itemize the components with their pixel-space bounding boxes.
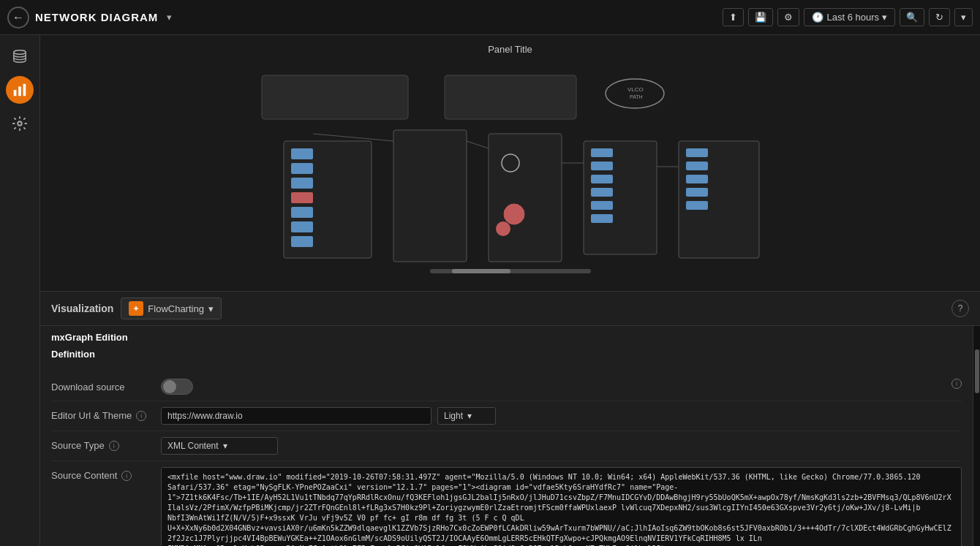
source-type-text: XML Content — [167, 441, 219, 451]
settings-icon: ⚙ — [784, 12, 793, 23]
dropdown-icon: ▾ — [961, 12, 966, 23]
svg-rect-32 — [686, 162, 708, 170]
search-button[interactable]: 🔍 — [900, 8, 924, 26]
svg-text:PATH: PATH — [630, 94, 643, 99]
editor-url-row: Editor Url & Theme i Light ▾ — [51, 401, 962, 431]
svg-rect-11 — [393, 130, 467, 262]
more-button[interactable]: ▾ — [954, 8, 973, 26]
svg-rect-1 — [14, 90, 17, 96]
mxgraph-edition-title: mxGraph Edition — [51, 332, 962, 343]
scrollbar-thumb[interactable] — [975, 349, 979, 393]
download-source-label: Download source — [51, 379, 161, 393]
app-title: NETWORK DIAGRAM — [35, 11, 158, 23]
share-button[interactable]: ⬆ — [723, 8, 744, 26]
svg-rect-28 — [591, 188, 613, 197]
svg-point-4 — [18, 121, 22, 126]
editor-url-input[interactable] — [161, 407, 431, 425]
refresh-button[interactable]: ↻ — [929, 8, 950, 26]
back-icon: ← — [12, 11, 24, 24]
sidebar-item-analytics[interactable] — [6, 76, 34, 104]
source-type-selector[interactable]: XML Content ▾ — [161, 437, 278, 455]
plugin-name: FlowCharting — [148, 303, 204, 314]
download-source-row: Download source i — [51, 373, 962, 401]
help-button[interactable]: ? — [951, 300, 969, 317]
diagram-area: Panel Title VLCO PATH — [40, 35, 980, 291]
svg-line-36 — [313, 134, 393, 141]
svg-rect-14 — [679, 141, 759, 258]
svg-rect-20 — [291, 221, 313, 232]
source-type-info-icon[interactable]: i — [109, 441, 119, 451]
viz-header: Visualization FlowCharting ▾ ? — [40, 292, 980, 326]
panel-container: Panel Title VLCO PATH — [40, 35, 980, 546]
svg-rect-19 — [291, 207, 313, 218]
svg-line-37 — [467, 141, 489, 148]
svg-rect-29 — [591, 201, 613, 210]
settings-content: Download source i — [40, 365, 973, 546]
chart-icon — [12, 82, 28, 98]
svg-point-7 — [606, 79, 664, 108]
right-scrollbar[interactable] — [973, 326, 980, 546]
svg-rect-21 — [291, 236, 313, 247]
save-button[interactable]: 💾 — [748, 8, 773, 26]
header-left: ← NETWORK DIAGRAM ▾ — [7, 7, 172, 29]
svg-rect-16 — [291, 163, 313, 174]
left-sidebar — [0, 35, 40, 546]
svg-rect-6 — [445, 75, 576, 119]
svg-rect-41 — [452, 269, 510, 273]
share-icon: ⬆ — [729, 12, 737, 23]
database-icon — [12, 48, 28, 64]
svg-rect-27 — [591, 175, 613, 183]
editor-url-info-icon[interactable]: i — [136, 411, 146, 421]
panel-title: Panel Title — [488, 44, 532, 55]
download-source-value — [161, 379, 951, 395]
svg-rect-35 — [686, 201, 708, 210]
svg-rect-34 — [686, 188, 708, 197]
source-content-textarea[interactable]: <mxfile host="www.draw.io" modified="201… — [161, 467, 962, 546]
svg-rect-25 — [591, 148, 613, 157]
mxgraph-headers: mxGraph Edition Definition — [40, 326, 973, 365]
save-icon: 💾 — [755, 12, 766, 23]
search-icon: 🔍 — [906, 12, 918, 23]
toggle-knob — [163, 380, 176, 393]
theme-selector[interactable]: Light ▾ — [437, 407, 496, 425]
plugin-caret-icon: ▾ — [208, 303, 214, 314]
svg-rect-2 — [18, 86, 21, 96]
svg-point-23 — [504, 204, 524, 224]
download-source-info-icon[interactable]: i — [951, 379, 962, 389]
svg-point-0 — [14, 50, 26, 55]
source-content-label: Source Content i — [51, 467, 161, 481]
download-source-toggle[interactable] — [161, 379, 193, 395]
source-type-value: XML Content ▾ — [161, 437, 962, 455]
svg-rect-13 — [584, 141, 657, 254]
svg-rect-5 — [262, 75, 408, 119]
editor-url-label: Editor Url & Theme i — [51, 407, 161, 421]
settings-button[interactable]: ⚙ — [777, 8, 799, 26]
svg-rect-26 — [591, 162, 613, 170]
svg-rect-3 — [23, 84, 26, 96]
plugin-selector[interactable]: FlowCharting ▾ — [121, 297, 222, 319]
back-button[interactable]: ← — [7, 7, 29, 29]
help-label: ? — [958, 303, 963, 314]
svg-text:VLCO: VLCO — [627, 86, 644, 93]
source-content-row: Source Content i <mxfile host="www.draw.… — [51, 461, 962, 546]
panel-with-scrollbar: mxGraph Edition Definition Download sour… — [40, 326, 980, 546]
time-range-button[interactable]: 🕐 Last 6 hours ▾ — [804, 8, 895, 26]
svg-rect-15 — [291, 148, 313, 159]
source-content-value: <mxfile host="www.draw.io" modified="201… — [161, 467, 962, 546]
refresh-icon: ↻ — [935, 12, 943, 23]
svg-rect-31 — [686, 148, 708, 157]
svg-rect-30 — [591, 214, 613, 223]
source-type-label: Source Type i — [51, 437, 161, 451]
svg-rect-18 — [291, 192, 313, 203]
title-caret-icon[interactable]: ▾ — [167, 12, 172, 23]
sidebar-item-gear[interactable] — [6, 110, 34, 137]
main-area: Panel Title VLCO PATH — [0, 35, 980, 546]
panel-inner: mxGraph Edition Definition Download sour… — [40, 326, 973, 546]
sidebar-item-db[interactable] — [6, 42, 34, 70]
source-type-row: Source Type i XML Content ▾ — [51, 431, 962, 461]
top-header: ← NETWORK DIAGRAM ▾ ⬆ 💾 ⚙ 🕐 Last 6 hours… — [0, 0, 980, 35]
source-content-info-icon[interactable]: i — [121, 471, 132, 481]
svg-point-24 — [496, 221, 510, 236]
editor-url-value: Light ▾ — [161, 407, 962, 425]
time-label: Last 6 hours — [826, 12, 879, 23]
